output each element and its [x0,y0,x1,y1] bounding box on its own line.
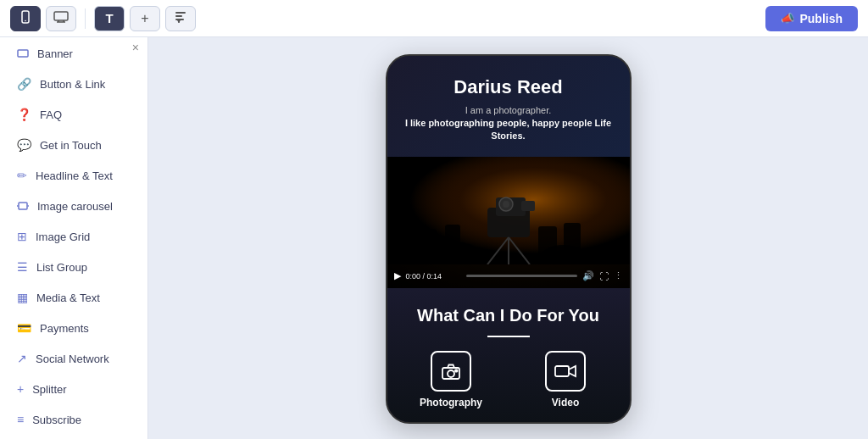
sidebar-item-image-carousel[interactable]: Image carousel [5,192,142,220]
banner-icon [17,47,29,60]
svg-rect-25 [521,201,535,211]
sidebar-label-media-text: Media & Text [36,292,100,304]
sidebar-item-subscribe[interactable]: ≡ Subscribe [5,405,142,434]
sidebar-item-media-text[interactable]: ▦ Media & Text [5,283,142,312]
svg-point-1 [25,20,26,22]
sidebar-label-headline-text: Headline & Text [36,169,113,182]
align-icon [175,11,186,26]
phone-desc: I like photographing people, happy peopl… [404,117,613,143]
sidebar-item-splitter[interactable]: + Splitter [5,375,142,403]
phone-video: ▶ 0:00 / 0:14 🔊 ⛶ ⋮ [387,157,630,288]
video-fullscreen-icon[interactable]: ⛶ [599,271,609,281]
video-camera-svg [554,363,576,380]
image-carousel-icon [17,199,29,213]
get-in-touch-icon: 💬 [17,138,31,152]
sidebar-label-payments: Payments [40,322,89,335]
svg-rect-33 [455,370,458,371]
phone-name: Darius Reed [404,76,613,98]
camera-svg [441,363,461,380]
phone-mockup: Darius Reed I am a photographer. I like … [386,54,632,424]
svg-rect-21 [538,226,557,258]
sidebar-item-image-grid[interactable]: ⊞ Image Grid [5,222,142,251]
photography-icon-box [431,351,471,392]
plus-icon: + [141,11,148,26]
svg-marker-10 [177,20,181,23]
svg-rect-22 [564,223,581,258]
button-link-icon: 🔗 [17,77,31,91]
sidebar-label-splitter: Splitter [32,383,66,396]
list-group-icon: ☰ [17,260,28,274]
video-play-button[interactable]: ▶ [394,270,401,281]
phone-header: Darius Reed I am a photographer. I like … [387,56,630,157]
sidebar-item-payments[interactable]: 💳 Payments [5,314,142,342]
svg-rect-6 [175,12,186,14]
what-title: What Can I Do For You [401,305,616,325]
svg-rect-7 [175,15,182,17]
video-scene-svg [387,157,630,264]
payments-icon: 💳 [17,321,31,335]
sidebar-label-banner: Banner [37,47,73,60]
align-button[interactable] [165,6,196,31]
sidebar-label-subscribe: Subscribe [32,414,81,426]
sidebar-item-button-link[interactable]: 🔗 Button & Link [5,69,142,98]
photography-label: Photography [420,397,482,408]
video-time: 0:00 / 0:14 [406,272,461,281]
text-tool-label: T [105,11,113,25]
image-grid-icon: ⊞ [17,230,27,243]
mobile-view-button[interactable] [10,6,41,31]
headline-text-icon: ✏ [17,169,27,182]
sidebar-close-button[interactable]: × [129,37,142,58]
splitter-icon: + [17,382,24,396]
svg-point-32 [448,370,454,377]
main-layout: × Banner 🔗 Button & Link ❓ FAQ 💬 Get in … [0,37,868,439]
sidebar-item-support-me[interactable]: ❤ Support me [5,436,142,439]
mobile-icon [19,10,32,26]
svg-rect-2 [54,12,68,20]
publish-icon: 📣 [781,12,794,25]
add-element-button[interactable]: + [130,6,160,31]
toolbar-left: T + [10,6,196,31]
publish-label: Publish [799,12,843,25]
faq-icon: ❓ [17,108,31,121]
video-icon-box [545,351,586,392]
sidebar-label-faq: FAQ [40,108,62,121]
text-tool-button[interactable]: T [94,6,125,31]
video-label: Video [552,397,579,408]
svg-rect-12 [19,203,27,209]
sidebar-item-social-network[interactable]: ↗ Social Network [5,344,142,373]
service-item-photography: Photography [401,351,502,408]
desktop-view-button[interactable] [46,6,76,31]
what-divider [487,336,530,337]
sidebar: × Banner 🔗 Button & Link ❓ FAQ 💬 Get in … [0,37,148,439]
media-text-icon: ▦ [17,291,28,304]
video-controls: ▶ 0:00 / 0:14 🔊 ⛶ ⋮ [387,264,630,288]
sidebar-item-banner[interactable]: Banner [5,39,142,68]
sidebar-label-get-in-touch: Get in Touch [40,139,102,152]
toolbar-separator [85,8,86,29]
svg-rect-20 [445,225,460,258]
canvas-area: Darius Reed I am a photographer. I like … [148,37,868,439]
sidebar-item-faq[interactable]: ❓ FAQ [5,100,142,129]
svg-rect-8 [175,19,184,20]
sidebar-item-headline-text[interactable]: ✏ Headline & Text [5,161,142,190]
phone-what-section: What Can I Do For You Photography [387,288,630,422]
video-progress-bar[interactable] [466,275,577,277]
sidebar-item-list-group[interactable]: ☰ List Group [5,253,142,281]
what-grid: Photography Video [401,351,616,408]
publish-button[interactable]: 📣 Publish [765,6,858,31]
desktop-icon [53,11,69,25]
sidebar-label-image-grid: Image Grid [36,231,90,243]
service-item-video: Video [515,351,616,408]
svg-rect-19 [420,229,437,258]
sidebar-item-get-in-touch[interactable]: 💬 Get in Touch [5,131,142,159]
sidebar-label-button-link: Button & Link [40,78,105,91]
video-options-icon[interactable]: ⋮ [614,270,623,281]
svg-rect-34 [555,366,569,376]
video-volume-icon[interactable]: 🔊 [582,270,594,281]
social-network-icon: ↗ [17,352,27,365]
sidebar-label-list-group: List Group [36,261,87,274]
top-toolbar: T + 📣 Publish [0,0,868,37]
subscribe-icon: ≡ [17,413,24,426]
sidebar-label-social-network: Social Network [36,353,109,365]
svg-point-27 [503,201,509,208]
